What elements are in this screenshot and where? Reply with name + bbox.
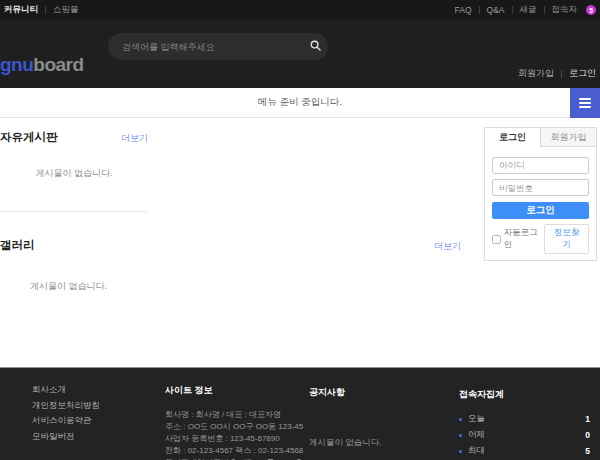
visitor-row-max: 최대 5 [459,445,590,457]
site-header: gnuboard 회원가입 로그인 [0,20,600,88]
site-info-lines: 회사명 : 회사명 / 대표 : 대표자명 주소 : OO도 OO시 OO구 O… [165,409,303,460]
nav-community[interactable]: 커뮤니티 [4,4,38,16]
login-widget-tabs: 로그인 회원가입 [485,128,596,147]
page: 커뮤니티 쇼핑몰 FAQ Q&A 새글 접속자 5 gnuboard [0,0,600,460]
site-logo[interactable]: gnuboard [0,54,84,76]
hamburger-icon [579,98,591,108]
footer-link-mobile[interactable]: 모바일버전 [32,431,100,443]
visitor-label: 어제 [468,429,585,441]
site-info-address: 주소 : OO도 OO시 OO구 OO동 123-45 [165,421,303,433]
topbar-right: FAQ Q&A 새글 접속자 5 [455,4,596,16]
main-menu-bar: 메뉴 준비 중입니다. [0,88,600,118]
nav-qna[interactable]: Q&A [487,5,505,15]
nav-visitors[interactable]: 접속자 [552,4,578,16]
bullet-icon [459,418,462,421]
nav-new-posts[interactable]: 새글 [520,4,537,16]
auto-login-checkbox-group[interactable]: 자동로그인 [492,227,544,251]
top-utility-bar: 커뮤니티 쇼핑몰 FAQ Q&A 새글 접속자 5 [0,0,600,20]
topbar-left: 커뮤니티 쇼핑몰 [4,4,79,16]
menu-notice-text: 메뉴 준비 중입니다. [258,96,342,109]
footer-link-terms[interactable]: 서비스이용약관 [32,415,100,427]
notice-empty-text: 게시물이 없습니다. [309,437,382,449]
visitor-value: 1 [585,414,590,424]
header-member-links: 회원가입 로그인 [518,67,596,80]
divider [544,6,545,14]
footer-link-company[interactable]: 회사소개 [32,384,100,396]
notice-title: 공지사항 [309,386,382,399]
search-input[interactable] [108,42,302,52]
free-board-header: 자유게시판 더보기 [0,122,148,145]
search-button[interactable] [302,34,328,60]
site-footer: 회사소개 개인정보처리방침 서비스이용약관 모바일버전 사이트 정보 회사명 :… [0,367,600,460]
find-info-button[interactable]: 정보찾기 [544,224,589,254]
bullet-icon [459,450,462,453]
visitor-stats-rows: 오늘 1 어제 0 최대 5 전체 21 [459,413,590,460]
join-link[interactable]: 회원가입 [518,67,554,80]
bullet-icon [459,434,462,437]
divider [479,6,480,14]
site-info-reg-number: 사업자 등록번호 : 123-45-67890 [165,433,303,445]
login-button[interactable]: 로그인 [492,202,589,219]
free-board-section: 자유게시판 더보기 게시물이 없습니다. [0,122,148,212]
auto-login-label: 자동로그인 [504,227,545,251]
visitor-count-badge[interactable]: 5 [586,5,596,15]
footer-site-info: 사이트 정보 회사명 : 회사명 / 대표 : 대표자명 주소 : OO도 OO… [165,384,303,460]
visitor-label: 오늘 [468,413,585,425]
logo-text-board: board [33,54,83,75]
visitor-value: 0 [585,430,590,440]
visitor-value: 5 [585,446,590,456]
gallery-empty-text: 게시물이 없습니다. [30,280,107,293]
footer-links: 회사소개 개인정보처리방침 서비스이용약관 모바일버전 [32,384,100,446]
logo-text-gnu: gnu [0,54,33,75]
search-bar [108,33,328,60]
gallery-header: 갤러리 더보기 [0,230,461,253]
divider [512,6,513,14]
visitor-stats-title: 접속자집계 [459,388,590,401]
site-info-title: 사이트 정보 [165,384,303,397]
hamburger-menu-button[interactable] [570,88,600,118]
footer-visitor-stats: 접속자집계 오늘 1 어제 0 최대 5 [459,388,590,460]
nav-shop[interactable]: 쇼핑몰 [53,4,79,16]
free-board-title: 자유게시판 [0,130,58,145]
footer-link-privacy[interactable]: 개인정보처리방침 [32,400,100,412]
password-field[interactable] [492,179,589,196]
visitor-label: 최대 [468,445,585,457]
login-widget-body: 로그인 자동로그인 정보찾기 [485,147,596,260]
tab-join[interactable]: 회원가입 [540,128,596,147]
site-info-company: 회사명 : 회사명 / 대표 : 대표자명 [165,409,303,421]
gallery-title: 갤러리 [0,238,35,253]
login-options-row: 자동로그인 정보찾기 [492,224,589,254]
site-info-phone: 전화 : 02-123-4567 팩스 : 02-123-4568 [165,445,303,457]
tab-login[interactable]: 로그인 [485,128,540,147]
login-link[interactable]: 로그인 [569,67,596,80]
free-board-more-link[interactable]: 더보기 [121,132,148,145]
divider [561,70,562,78]
free-board-empty-text: 게시물이 없습니다. [0,167,148,180]
id-field[interactable] [492,157,589,174]
nav-faq[interactable]: FAQ [455,5,472,15]
footer-notice: 공지사항 게시물이 없습니다. [309,386,382,449]
divider [45,6,46,14]
login-widget: 로그인 회원가입 로그인 자동로그인 정보찾기 [484,127,597,261]
visitor-row-today: 오늘 1 [459,413,590,425]
gallery-section: 갤러리 더보기 게시물이 없습니다. [0,230,461,310]
visitor-row-yesterday: 어제 0 [459,429,590,441]
gallery-more-link[interactable]: 더보기 [434,240,461,253]
search-icon [310,39,321,54]
auto-login-checkbox[interactable] [492,235,501,244]
